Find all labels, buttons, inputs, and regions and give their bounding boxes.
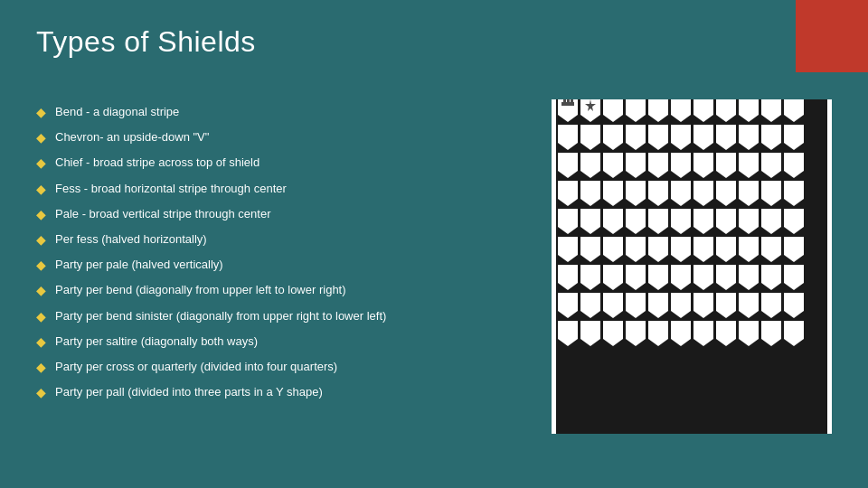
bullet-text: Fess - broad horizontal stripe through c…	[55, 181, 287, 197]
bullet-item: ◆Party per bend sinister (diagonally fro…	[36, 304, 524, 329]
bullet-item: ◆Party per pall (divided into three part…	[36, 380, 524, 405]
bullet-text: Chevron- an upside-down "V"	[55, 129, 209, 145]
svg-rect-2	[567, 99, 570, 102]
svg-rect-0	[561, 102, 574, 106]
bullet-text: Party per pall (divided into three parts…	[55, 384, 323, 400]
bullet-diamond-icon: ◆	[36, 283, 46, 297]
svg-rect-1	[563, 99, 566, 102]
bullet-item: ◆Party per saltire (diagonally both ways…	[36, 329, 524, 354]
bullet-text: Party per saltire (diagonally both ways)	[55, 333, 258, 350]
bullet-text: Party per cross or quarterly (divided in…	[55, 359, 337, 375]
svg-rect-3	[571, 99, 573, 102]
bullet-item: ◆Party per cross or quarterly (divided i…	[36, 354, 524, 380]
bullet-diamond-icon: ◆	[36, 182, 46, 196]
bullet-item: ◆Chevron- an upside-down "V"	[36, 125, 524, 150]
shield-image	[552, 99, 832, 434]
bullet-diamond-icon: ◆	[36, 258, 46, 272]
bullet-text: Party per pale (halved vertically)	[55, 257, 223, 273]
bullet-text: Bend - a diagonal stripe	[55, 104, 179, 120]
bullet-list: ◆Bend - a diagonal stripe◆Chevron- an up…	[36, 99, 524, 461]
bullet-text: Party per bend (diagonally from upper le…	[55, 282, 346, 298]
bullet-text: Chief - broad stripe across top of shiel…	[55, 155, 259, 171]
bullet-diamond-icon: ◆	[36, 207, 46, 221]
bullet-diamond-icon: ◆	[36, 334, 46, 349]
bullet-item: ◆Bend - a diagonal stripe	[36, 99, 524, 125]
bullet-item: ◆Fess - broad horizontal stripe through …	[36, 176, 524, 202]
bullet-item: ◆Per fess (halved horizontally)	[36, 227, 524, 252]
bullet-diamond-icon: ◆	[36, 360, 46, 374]
bullet-diamond-icon: ◆	[36, 309, 46, 324]
bullet-diamond-icon: ◆	[36, 130, 46, 145]
bullet-item: ◆Party per bend (diagonally from upper l…	[36, 277, 524, 303]
bullet-diamond-icon: ◆	[36, 155, 46, 170]
accent-corner	[796, 0, 868, 72]
bullet-item: ◆Party per pale (halved vertically)	[36, 252, 524, 277]
bullet-text: Per fess (halved horizontally)	[55, 231, 207, 248]
bullet-item: ◆Chief - broad stripe across top of shie…	[36, 150, 524, 175]
bullet-diamond-icon: ◆	[36, 232, 46, 247]
page-title: Types of Shields	[36, 25, 256, 59]
bullet-diamond-icon: ◆	[36, 105, 46, 119]
bullet-diamond-icon: ◆	[36, 385, 46, 399]
bullet-text: Pale - broad vertical stripe through cen…	[55, 206, 270, 222]
content-area: ◆Bend - a diagonal stripe◆Chevron- an up…	[36, 99, 832, 461]
bullet-text: Party per bend sinister (diagonally from…	[55, 308, 386, 324]
bullet-item: ◆Pale - broad vertical stripe through ce…	[36, 202, 524, 227]
